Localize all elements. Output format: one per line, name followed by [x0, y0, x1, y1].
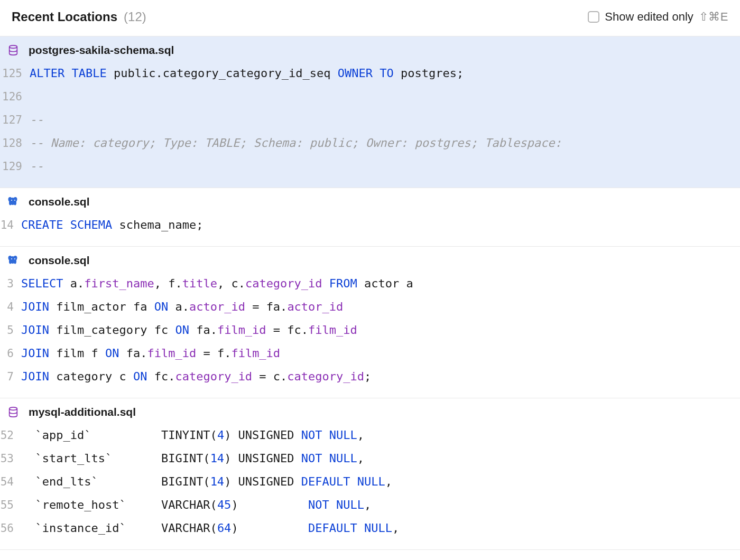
line-number: 129 [0, 155, 30, 178]
location-item[interactable]: mysql-additional.sql52 `app_id` TINYINT(… [0, 398, 740, 550]
svg-point-5 [10, 407, 17, 410]
line-number: 128 [0, 132, 30, 155]
code-content: `remote_host` VARCHAR(45) NOT NULL, [21, 493, 371, 517]
locations-list: postgres-sakila-schema.sql125ALTER TABLE… [0, 36, 740, 550]
location-item[interactable]: postgres-sakila-schema.sql125ALTER TABLE… [0, 36, 740, 188]
code-line: 7JOIN category c ON fc.category_id = c.c… [0, 365, 740, 388]
line-number: 3 [0, 272, 21, 295]
location-item[interactable]: console.sql14CREATE SCHEMA schema_name; [0, 188, 740, 247]
code-line: 54 `end_lts` BIGINT(14) UNSIGNED DEFAULT… [0, 470, 740, 493]
database-icon [5, 406, 21, 418]
file-name: mysql-additional.sql [29, 406, 136, 418]
code-content: JOIN film f ON fa.film_id = f.film_id [21, 342, 280, 365]
code-preview: 14CREATE SCHEMA schema_name; [0, 213, 740, 246]
line-number: 4 [0, 295, 21, 319]
database-icon [5, 44, 21, 56]
code-line: 128-- Name: category; Type: TABLE; Schem… [0, 132, 740, 155]
code-content: `instance_id` VARCHAR(64) DEFAULT NULL, [21, 517, 399, 540]
popup-title: Recent Locations [12, 10, 117, 24]
code-content: `end_lts` BIGINT(14) UNSIGNED DEFAULT NU… [21, 470, 392, 493]
code-content: `app_id` TINYINT(4) UNSIGNED NOT NULL, [21, 424, 364, 447]
code-content: JOIN film_actor fa ON a.actor_id = fa.ac… [21, 295, 343, 319]
line-number: 7 [0, 365, 21, 388]
line-number: 52 [0, 424, 21, 447]
code-content: JOIN film_category fc ON fa.film_id = fc… [21, 319, 357, 342]
file-name: console.sql [29, 195, 90, 208]
code-line: 6JOIN film f ON fa.film_id = f.film_id [0, 342, 740, 365]
code-content: -- [30, 108, 44, 132]
code-line: 125ALTER TABLE public.category_category_… [0, 62, 740, 85]
location-header[interactable]: console.sql [0, 188, 740, 213]
code-content: -- Name: category; Type: TABLE; Schema: … [30, 132, 562, 155]
code-line: 129-- [0, 155, 740, 178]
code-line: 5JOIN film_category fc ON fa.film_id = f… [0, 319, 740, 342]
code-content: `start_lts` BIGINT(14) UNSIGNED NOT NULL… [21, 447, 364, 470]
svg-point-2 [14, 200, 15, 201]
code-line: 126 [0, 85, 740, 108]
location-item[interactable]: console.sql3SELECT a.first_name, f.title… [0, 247, 740, 398]
popup-count: (12) [124, 10, 146, 24]
line-number: 5 [0, 319, 21, 342]
code-preview: 125ALTER TABLE public.category_category_… [0, 62, 740, 188]
code-content: ALTER TABLE public.category_category_id_… [30, 62, 464, 85]
svg-point-1 [11, 200, 12, 201]
svg-point-0 [10, 45, 17, 49]
line-number: 14 [0, 213, 21, 237]
code-line: 55 `remote_host` VARCHAR(45) NOT NULL, [0, 493, 740, 517]
popup-header: Recent Locations (12) Show edited only ⇧… [0, 0, 740, 36]
line-number: 125 [0, 62, 30, 85]
code-content: JOIN category c ON fc.category_id = c.ca… [21, 365, 371, 388]
line-number: 54 [0, 470, 21, 493]
code-content: -- [30, 155, 44, 178]
shortcut-hint: ⇧⌘E [699, 10, 728, 24]
code-line: 52 `app_id` TINYINT(4) UNSIGNED NOT NULL… [0, 424, 740, 447]
file-name: postgres-sakila-schema.sql [29, 44, 174, 57]
code-preview: 52 `app_id` TINYINT(4) UNSIGNED NOT NULL… [0, 424, 740, 549]
line-number: 126 [0, 85, 30, 108]
code-line: 53 `start_lts` BIGINT(14) UNSIGNED NOT N… [0, 447, 740, 470]
location-header[interactable]: postgres-sakila-schema.sql [0, 36, 740, 62]
code-line: 127-- [0, 108, 740, 132]
line-number: 55 [0, 493, 21, 517]
line-number: 127 [0, 108, 30, 132]
location-header[interactable]: console.sql [0, 247, 740, 272]
code-line: 14CREATE SCHEMA schema_name; [0, 213, 740, 237]
elephant-icon [5, 254, 21, 267]
code-content: SELECT a.first_name, f.title, c.category… [21, 272, 413, 295]
line-number: 56 [0, 517, 21, 540]
elephant-icon [5, 195, 21, 208]
header-right: Show edited only ⇧⌘E [588, 10, 728, 24]
show-edited-checkbox[interactable] [588, 11, 599, 23]
svg-point-4 [14, 258, 15, 259]
line-number: 6 [0, 342, 21, 365]
code-line: 56 `instance_id` VARCHAR(64) DEFAULT NUL… [0, 517, 740, 540]
svg-point-3 [11, 258, 12, 259]
line-number: 53 [0, 447, 21, 470]
file-name: console.sql [29, 254, 90, 267]
code-content: CREATE SCHEMA schema_name; [21, 213, 203, 237]
code-line: 4JOIN film_actor fa ON a.actor_id = fa.a… [0, 295, 740, 319]
show-edited-label[interactable]: Show edited only [605, 10, 693, 24]
header-left: Recent Locations (12) [12, 10, 146, 24]
code-line: 3SELECT a.first_name, f.title, c.categor… [0, 272, 740, 295]
location-header[interactable]: mysql-additional.sql [0, 398, 740, 424]
code-preview: 3SELECT a.first_name, f.title, c.categor… [0, 272, 740, 398]
